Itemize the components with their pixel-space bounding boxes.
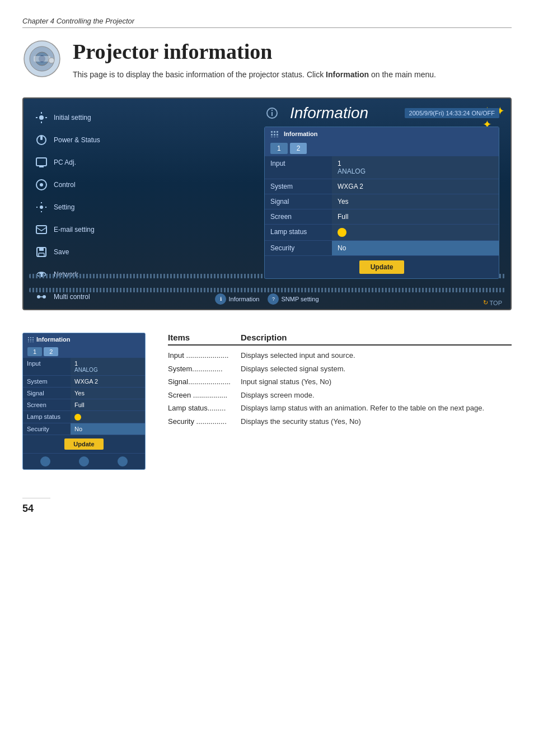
- desc-text-screen: Displays screen mode.: [241, 390, 512, 401]
- small-row-lamp: Lamp status: [23, 411, 145, 423]
- bottom-menu-item-info[interactable]: ℹ Information: [215, 293, 259, 305]
- bottom-menu: ℹ Information ? SNMP setting: [24, 293, 510, 305]
- small-update-button[interactable]: Update: [64, 438, 103, 450]
- setting-icon: [34, 199, 49, 215]
- table-header: Information: [265, 127, 499, 141]
- bottom-info-icon: ℹ: [215, 293, 226, 305]
- desc-item-input: Input .....................: [168, 350, 241, 361]
- label-signal: Signal: [265, 194, 332, 209]
- title-text: Projector information This page is to di…: [73, 39, 436, 81]
- desc-row-signal: Signal..................... Input signal…: [168, 376, 512, 388]
- desc-item-screen: Screen .................: [168, 390, 241, 401]
- desc-text-system: Displays selected signal system.: [241, 363, 512, 375]
- desc-text-lamp: Displays lamp status with an animation. …: [241, 403, 512, 414]
- label-input: Input: [265, 156, 332, 179]
- sidebar-menu: Initial setting Power & Status PC Adj. C…: [29, 107, 135, 310]
- info-panel-header: Information 2005/9/9(Fri) 14:33:24 ON/OF…: [264, 104, 499, 122]
- small-row-input: Input 1 ANALOG: [23, 358, 145, 376]
- small-label-screen: Screen: [23, 399, 71, 410]
- sidebar-item-initial-setting[interactable]: Initial setting: [29, 107, 135, 128]
- desc-row-screen: Screen ................. Displays screen…: [168, 390, 512, 401]
- desc-row-input: Input ..................... Displays sel…: [168, 350, 512, 361]
- small-row-screen: Screen Full: [23, 399, 145, 411]
- desc-row-lamp: Lamp status......... Displays lamp statu…: [168, 403, 512, 414]
- dots-icon: [270, 130, 279, 137]
- tab-1[interactable]: 1: [270, 143, 288, 154]
- label-system: System: [265, 179, 332, 194]
- small-label-security: Security: [23, 423, 71, 435]
- datetime-display: 2005/9/9(Fri) 14:33:24 ON/OFF: [405, 108, 499, 118]
- email-icon: [34, 222, 49, 237]
- small-label-system: System: [23, 376, 71, 387]
- page-number: 54: [22, 498, 50, 515]
- small-row-security: Security No: [23, 423, 145, 435]
- small-row-system: System WXGA 2: [23, 376, 145, 388]
- col-header-desc: Description: [241, 333, 512, 342]
- small-dots-icon: [27, 337, 34, 342]
- desc-item-signal: Signal.....................: [168, 376, 241, 388]
- table-row-input: Input 1 ANALOG: [265, 156, 499, 179]
- svg-point-6: [39, 115, 44, 120]
- small-panel-bottom-icons: [23, 453, 145, 469]
- label-lamp: Lamp status: [265, 225, 332, 240]
- info-panel: Information 2005/9/9(Fri) 14:33:24 ON/OF…: [264, 104, 499, 279]
- value-signal: Yes: [332, 194, 499, 209]
- bottom-icon-1: [40, 456, 50, 466]
- sidebar-item-power-status[interactable]: Power & Status: [29, 129, 135, 151]
- tab-2[interactable]: 2: [290, 143, 307, 154]
- sidebar-item-setting[interactable]: Setting: [29, 197, 135, 218]
- info-panel-title: Information: [290, 104, 368, 122]
- small-value-input: 1 ANALOG: [71, 358, 145, 375]
- update-button[interactable]: Update: [359, 260, 405, 274]
- network-bar-bottom: [29, 288, 505, 292]
- sidebar-item-timer[interactable]: Timer: [29, 309, 135, 310]
- screenshot-area: ✦ ✦✦ Initial setting Power & Status PC A…: [22, 97, 512, 310]
- label-screen: Screen: [265, 209, 332, 224]
- bottom-menu-item-snmp[interactable]: ? SNMP setting: [268, 293, 318, 305]
- table-row-signal: Signal Yes: [265, 194, 499, 209]
- title-section: Projector information This page is to di…: [22, 39, 512, 81]
- svg-point-5: [49, 58, 54, 63]
- svg-rect-15: [39, 248, 44, 251]
- svg-rect-9: [36, 158, 46, 166]
- small-panel-header: Information: [23, 333, 145, 346]
- small-panel-title: Information: [36, 336, 71, 343]
- power-icon: [34, 132, 49, 148]
- col-header-items: Items: [168, 333, 241, 342]
- bottom-snmp-icon: ?: [268, 293, 279, 305]
- small-value-lamp: [71, 411, 145, 423]
- pc-icon: [34, 155, 49, 170]
- bottom-icon-3: [118, 456, 128, 466]
- svg-point-29: [271, 110, 273, 111]
- label-security: Security: [265, 241, 332, 255]
- value-input: 1 ANALOG: [332, 156, 499, 179]
- small-tab-row: 1 2: [23, 346, 145, 358]
- small-tab-1[interactable]: 1: [27, 347, 42, 356]
- sidebar-item-control[interactable]: Control: [29, 174, 135, 195]
- top-link[interactable]: ↻ TOP: [483, 299, 502, 306]
- desc-item-security: Security ...............: [168, 416, 241, 427]
- svg-rect-13: [36, 226, 46, 234]
- settings-icon: [34, 110, 49, 125]
- small-value-system: WXGA 2: [71, 376, 145, 387]
- update-section: Update: [265, 256, 499, 278]
- bottom-icon-2: [79, 456, 89, 466]
- small-label-lamp: Lamp status: [23, 411, 71, 423]
- tab-row: 1 2: [265, 141, 499, 156]
- table-row-screen: Screen Full: [265, 209, 499, 225]
- sidebar-item-save[interactable]: Save: [29, 241, 135, 263]
- small-tab-2[interactable]: 2: [44, 347, 58, 356]
- bottom-section: Information 1 2 Input 1 ANALOG System WX…: [22, 333, 512, 470]
- info-table: Information 1 2 Input 1 ANALOG System WX…: [264, 127, 499, 279]
- description-table: Items Description Input ................…: [168, 333, 512, 470]
- value-screen: Full: [332, 209, 499, 224]
- sidebar-item-pc-adj[interactable]: PC Adj.: [29, 152, 135, 173]
- table-row-security: Security No: [265, 241, 499, 256]
- sidebar-item-email[interactable]: E-mail setting: [29, 219, 135, 240]
- svg-rect-4: [34, 56, 50, 62]
- desc-text-input: Displays selected input and source.: [241, 350, 512, 361]
- small-value-signal: Yes: [71, 388, 145, 399]
- desc-item-system: System...............: [168, 363, 241, 375]
- lamp-status-icon: [338, 228, 346, 237]
- svg-rect-8: [40, 136, 43, 140]
